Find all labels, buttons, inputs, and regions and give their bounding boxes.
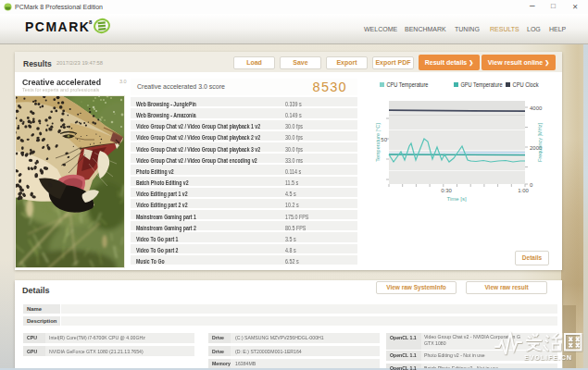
svg-text:Time [s]: Time [s] — [446, 196, 466, 202]
svg-text:EVOLIFE.CN: EVOLIFE.CN — [524, 353, 572, 362]
svg-text:4000: 4000 — [530, 105, 543, 111]
svg-text:GPU Temperature: GPU Temperature — [461, 81, 503, 89]
svg-text:CPU Temperature: CPU Temperature — [387, 81, 429, 89]
svg-text:1:00: 1:00 — [518, 188, 529, 193]
svg-text:CPU Clock: CPU Clock — [513, 81, 540, 88]
svg-text:0:30: 0:30 — [441, 188, 452, 193]
svg-text:Temperature [°C]: Temperature [°C] — [375, 123, 381, 162]
svg-text:50: 50 — [381, 137, 387, 142]
svg-text:Frequency [MHz]: Frequency [MHz] — [537, 123, 543, 162]
svg-text:0: 0 — [530, 182, 533, 188]
